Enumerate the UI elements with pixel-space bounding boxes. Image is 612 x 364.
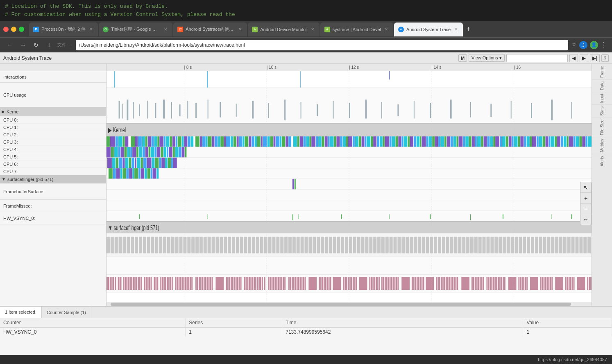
surfaceflinger-header-row[interactable]: ▼ surfaceflinger (pid 571) <box>0 175 106 183</box>
svg-rect-10 <box>139 104 140 116</box>
svg-rect-338 <box>301 237 304 253</box>
zoom-in-button[interactable]: + <box>580 193 591 203</box>
zoom-out-button[interactable]: − <box>580 203 591 214</box>
fit-button[interactable]: ↔ <box>580 214 591 225</box>
cursor-select-button[interactable]: ↖ <box>580 182 591 193</box>
help-button[interactable]: ? <box>601 54 609 62</box>
profile-icon[interactable]: J <box>579 41 587 49</box>
svg-rect-400 <box>551 237 554 253</box>
m-button[interactable]: M <box>458 54 467 62</box>
svg-rect-356 <box>373 237 376 253</box>
svg-rect-567 <box>441 277 442 290</box>
svg-rect-290 <box>107 237 110 253</box>
svg-rect-496 <box>272 277 273 290</box>
table-row[interactable]: HW_VSYNC_0 1 7133.748999595642 1 <box>0 328 612 337</box>
svg-rect-65 <box>178 136 181 147</box>
tab-close-android-trace[interactable]: ✕ <box>453 27 459 32</box>
tab-systrace-dev[interactable]: A systrace | Android Devel ✕ <box>320 23 393 36</box>
surfaceflinger-chevron-icon[interactable]: ▼ <box>2 177 6 181</box>
svg-rect-112 <box>322 136 324 147</box>
svg-rect-352 <box>357 237 360 253</box>
svg-rect-552 <box>396 277 397 290</box>
maximize-window-button[interactable] <box>19 27 24 32</box>
svg-rect-586 <box>483 277 484 290</box>
svg-rect-498 <box>274 277 276 290</box>
selection-tab-items[interactable]: 1 item selected. <box>0 307 42 318</box>
svg-rect-355 <box>369 237 372 253</box>
nav-end-button[interactable]: ▶| <box>590 54 600 62</box>
kernel-chevron-icon[interactable]: ▶ <box>2 109 5 114</box>
bookmark-icon[interactable]: ☆ <box>571 41 577 49</box>
svg-rect-584 <box>480 277 481 290</box>
svg-rect-154 <box>451 136 453 147</box>
sidebar-data-label[interactable]: Data <box>592 79 612 92</box>
svg-rect-37 <box>531 103 532 118</box>
search-input[interactable] <box>506 54 568 62</box>
table-header-row: Counter Series Time Value <box>0 318 612 328</box>
svg-rect-132 <box>383 136 385 147</box>
tab-close-processson[interactable]: ✕ <box>88 27 94 32</box>
svg-rect-188 <box>555 136 557 147</box>
svg-rect-155 <box>453 136 456 147</box>
kernel-header-row[interactable]: ▶ Kernel <box>0 107 106 116</box>
svg-rect-55 <box>148 136 151 147</box>
svg-rect-541 <box>377 277 379 290</box>
svg-rect-237 <box>135 158 136 168</box>
sidebar-metrics-label[interactable]: Metrics <box>592 137 612 154</box>
scrollbar-thumb[interactable] <box>111 303 571 306</box>
sidebar-input-label[interactable]: Input <box>592 92 612 104</box>
trace-app-title: Android System Trace <box>3 55 457 61</box>
address-input[interactable] <box>76 40 568 50</box>
svg-rect-395 <box>531 237 534 253</box>
tab-close-android-systrace[interactable]: ✕ <box>237 27 243 32</box>
timeline-area[interactable]: | 8 s | 10 s | 12 s | 14 s | 16 <box>107 64 592 306</box>
svg-rect-142 <box>414 136 416 147</box>
cpu0-label: CPU 0: <box>0 118 18 122</box>
svg-rect-298 <box>139 237 142 253</box>
account-icon[interactable]: 👤 <box>590 41 598 49</box>
svg-rect-451 <box>180 277 181 290</box>
tab-android-systrace[interactable]: 订 Android Systrace的使用 - ✕ <box>173 23 247 36</box>
more-options-icon[interactable]: ⋮ <box>601 41 607 49</box>
svg-rect-495 <box>270 277 271 290</box>
tab-tinker[interactable]: G Tinker原理 - Google 搜索 ✕ <box>99 23 172 36</box>
sidebar-alerts-label[interactable]: Alerts <box>592 154 612 168</box>
svg-rect-134 <box>390 136 392 147</box>
nav-prev-button[interactable]: ◀ <box>569 54 578 62</box>
refresh-button[interactable]: ↻ <box>31 42 41 48</box>
svg-rect-273 <box>139 214 140 219</box>
back-button[interactable]: ← <box>5 41 15 49</box>
svg-rect-169 <box>495 136 499 147</box>
nav-next-button[interactable]: ▶ <box>580 54 588 62</box>
tab-close-systrace-dev[interactable]: ✕ <box>383 27 389 32</box>
view-options-button[interactable]: View Options ▾ <box>469 54 505 62</box>
svg-rect-323 <box>240 237 243 253</box>
svg-rect-413 <box>108 277 109 290</box>
svg-rect-114 <box>328 136 330 147</box>
sidebar-frame-label[interactable]: Frame <box>592 64 612 79</box>
svg-rect-449 <box>177 277 178 290</box>
timeline-canvas[interactable]: ▶ Kernel /* CPU bars will be inline rect… <box>107 71 592 302</box>
forward-button[interactable]: → <box>18 41 28 49</box>
minimize-window-button[interactable] <box>11 27 16 32</box>
selection-tab-counter[interactable]: Counter Sample (1) <box>42 307 91 318</box>
svg-rect-396 <box>535 237 538 253</box>
svg-rect-120 <box>346 136 348 147</box>
svg-rect-33 <box>450 99 452 118</box>
horizontal-scrollbar[interactable] <box>107 302 592 306</box>
svg-rect-104 <box>297 136 299 147</box>
sidebar-filesize-label[interactable]: File Size <box>592 118 612 137</box>
svg-rect-545 <box>385 277 386 290</box>
new-tab-button[interactable]: + <box>464 23 473 36</box>
tab-close-tinker[interactable]: ✕ <box>163 27 168 32</box>
close-window-button[interactable] <box>3 27 9 32</box>
sidebar-stats-label[interactable]: Stats <box>592 104 612 118</box>
tab-android-device[interactable]: A Android Device Monitor ✕ <box>248 23 319 36</box>
svg-rect-437 <box>154 277 155 290</box>
svg-rect-519 <box>322 277 323 290</box>
tab-android-trace[interactable]: A Android System Trace ✕ <box>394 23 463 36</box>
svg-rect-94 <box>267 136 270 147</box>
svg-rect-125 <box>362 136 365 147</box>
tab-close-android-device[interactable]: ✕ <box>310 27 315 32</box>
tab-processson[interactable]: P ProcessOn - 我的文件 ✕ <box>29 23 98 36</box>
